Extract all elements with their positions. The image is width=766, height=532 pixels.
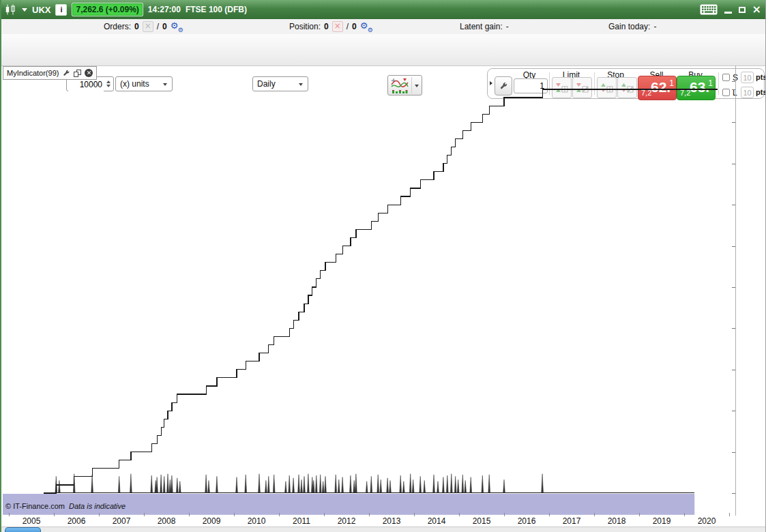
y-axis-tick bbox=[732, 81, 735, 82]
position-settings-icon[interactable]: ⚙⚙ bbox=[360, 20, 373, 33]
latent-gain: Latent gain: - bbox=[460, 19, 509, 34]
x-axis-tick bbox=[594, 513, 595, 516]
y-axis-tick bbox=[732, 328, 735, 329]
y-axis-tick bbox=[732, 370, 735, 370]
copyright-note: © IT-Finance.comData is indicative bbox=[5, 502, 126, 510]
indicative-note: Data is indicative bbox=[69, 502, 126, 510]
x-axis-tick bbox=[684, 513, 685, 516]
x-axis-tick bbox=[279, 513, 280, 516]
x-axis-tick bbox=[54, 513, 55, 516]
x-axis-year-label: 2010 bbox=[248, 516, 266, 526]
x-axis-tick bbox=[9, 513, 10, 516]
price-axis[interactable]: 50454035302520151050490 bbox=[737, 65, 766, 516]
close-button[interactable]: × bbox=[752, 4, 761, 15]
y-axis-tick bbox=[732, 164, 735, 164]
title-bar: UKX i 7,262.6 (+0.09%) 14:27:00 FTSE 100… bbox=[1, 0, 765, 19]
x-axis-year-label: 2005 bbox=[23, 516, 41, 526]
position-label: Position: bbox=[289, 22, 321, 31]
instrument-symbol: UKX bbox=[32, 5, 50, 15]
y-axis-tick bbox=[732, 122, 735, 123]
x-axis-tick bbox=[144, 513, 145, 516]
y-axis-tick bbox=[732, 246, 735, 247]
x-axis-year-label: 2008 bbox=[158, 516, 176, 526]
duplicate-indicator-icon[interactable] bbox=[74, 70, 81, 77]
x-axis-tick bbox=[324, 513, 325, 516]
copyright-text: © IT-Finance.com bbox=[5, 502, 65, 510]
latent-gain-label: Latent gain: bbox=[460, 22, 503, 31]
y-axis-tick bbox=[732, 452, 735, 453]
x-axis-year-label: 2018 bbox=[608, 516, 626, 526]
x-axis-tick bbox=[234, 513, 235, 516]
remove-indicator-icon[interactable]: ✕ bbox=[85, 69, 93, 77]
orders-label: Orders: bbox=[104, 22, 131, 31]
instrument-dropdown-caret[interactable] bbox=[22, 8, 27, 12]
bottom-blue-button[interactable] bbox=[5, 527, 41, 532]
x-axis-tick bbox=[729, 513, 730, 516]
x-axis-year-label: 2009 bbox=[203, 516, 221, 526]
x-axis-tick bbox=[189, 513, 190, 516]
status-bar: Orders: 0 × / 0 ⚙⚙ Position: 0 × / 0 ⚙⚙ … bbox=[1, 19, 765, 35]
x-axis-year-label: 2007 bbox=[113, 516, 131, 526]
position-count-2: 0 bbox=[352, 22, 357, 31]
y-axis-tick bbox=[732, 287, 735, 288]
gain-today: Gain today: - bbox=[608, 19, 656, 34]
gain-today-value: - bbox=[653, 22, 656, 31]
orders-settings-icon[interactable]: ⚙⚙ bbox=[171, 20, 183, 33]
minimize-button[interactable] bbox=[724, 12, 732, 14]
info-icon[interactable]: i bbox=[55, 4, 67, 16]
indicator-name: MyIndicator(99) bbox=[7, 69, 59, 77]
y-axis-tick bbox=[732, 411, 735, 411]
trade-spikes-series bbox=[55, 474, 544, 493]
x-axis-year-label: 2012 bbox=[338, 516, 356, 526]
y-axis-tick bbox=[732, 493, 735, 494]
x-axis-year-label: 2016 bbox=[518, 516, 536, 526]
x-axis-year-label: 2011 bbox=[293, 516, 310, 526]
x-axis-year-label: 2020 bbox=[698, 516, 716, 526]
maximize-button[interactable] bbox=[739, 7, 746, 13]
x-axis-tick bbox=[549, 513, 550, 516]
orders-slash: / bbox=[157, 22, 159, 31]
wrench-icon[interactable] bbox=[62, 69, 70, 77]
close-position-icon[interactable]: × bbox=[332, 21, 343, 32]
x-axis-year-label: 2006 bbox=[68, 516, 86, 526]
position-status: Position: 0 × / 0 ⚙⚙ bbox=[289, 19, 373, 34]
x-axis-tick bbox=[459, 513, 460, 516]
x-axis-tick bbox=[414, 513, 415, 516]
keyboard-icon[interactable] bbox=[700, 4, 718, 15]
x-axis-tick bbox=[369, 513, 370, 516]
x-axis-year-label: 2019 bbox=[653, 516, 671, 526]
orders-count-2: 0 bbox=[162, 22, 167, 31]
toolbar: (x) units Daily bbox=[1, 34, 765, 66]
y-axis-tick bbox=[732, 205, 735, 205]
x-axis-tick bbox=[99, 513, 100, 516]
x-axis-tick bbox=[504, 513, 505, 516]
trading-platform-window: UKX i 7,262.6 (+0.09%) 14:27:00 FTSE 100… bbox=[0, 0, 766, 532]
x-axis-tick bbox=[639, 513, 640, 516]
x-axis-year-label: 2017 bbox=[563, 516, 581, 526]
x-axis-year-label: 2014 bbox=[428, 516, 446, 526]
bottom-bar bbox=[1, 527, 765, 532]
x-axis-year-label: 2015 bbox=[473, 516, 491, 526]
cumulative-step-line bbox=[44, 89, 718, 493]
position-slash: / bbox=[347, 22, 349, 31]
quote-time: 14:27:00 bbox=[148, 5, 181, 14]
indicator-chart[interactable] bbox=[1, 65, 737, 516]
candlestick-icon[interactable] bbox=[5, 4, 17, 15]
price-axis-line bbox=[735, 65, 736, 516]
instrument-name: FTSE 100 (DFB) bbox=[186, 5, 247, 14]
orders-status: Orders: 0 × / 0 ⚙⚙ bbox=[104, 19, 183, 34]
x-axis-year-label: 2013 bbox=[383, 516, 401, 526]
latent-gain-value: - bbox=[506, 22, 509, 31]
y-axis-tick bbox=[732, 89, 735, 90]
indicator-label-tab[interactable]: MyIndicator(99) ✕ bbox=[3, 66, 97, 80]
orders-count: 0 bbox=[134, 22, 139, 31]
last-price-badge: 7,262.6 (+0.09%) bbox=[72, 3, 143, 16]
position-count: 0 bbox=[324, 22, 329, 31]
gain-today-label: Gain today: bbox=[608, 22, 650, 31]
cancel-orders-icon[interactable]: × bbox=[143, 21, 153, 32]
